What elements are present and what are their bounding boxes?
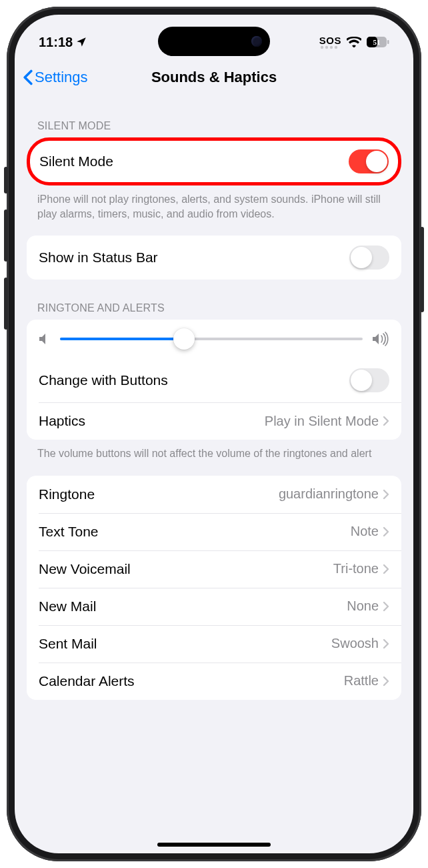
location-arrow-icon: [75, 36, 87, 48]
row-label-change-with-buttons: Change with Buttons: [39, 372, 349, 388]
screen: 11:18 SOS 51: [15, 15, 413, 853]
row-sound-calendar-alerts[interactable]: Calendar AlertsRattle: [27, 663, 401, 700]
row-label: New Voicemail: [39, 561, 333, 577]
front-camera-icon: [251, 36, 262, 47]
section-header-ringtone-alerts: Ringtone and Alerts: [27, 280, 401, 320]
row-sound-new-voicemail[interactable]: New VoicemailTri-tone: [27, 550, 401, 588]
row-label: Text Tone: [39, 524, 351, 540]
home-indicator[interactable]: [157, 843, 271, 847]
row-value: Rattle: [344, 673, 379, 689]
phone-side-buttons-left: [4, 167, 8, 346]
svg-point-0: [321, 45, 323, 48]
svg-rect-6: [387, 40, 389, 44]
row-value: None: [347, 598, 379, 614]
row-sound-text-tone[interactable]: Text ToneNote: [27, 513, 401, 550]
toggle-silent-mode[interactable]: [349, 149, 389, 173]
svg-point-1: [325, 45, 328, 48]
row-value-haptics: Play in Silent Mode: [265, 414, 379, 429]
content-scroll[interactable]: Silent Mode Silent Mode iPhone will not …: [15, 97, 413, 853]
section-footer-silent-mode: iPhone will not play ringtones, alerts, …: [27, 185, 401, 221]
row-label: New Mail: [39, 598, 347, 614]
row-label-show-in-status-bar: Show in Status Bar: [39, 250, 349, 266]
toggle-change-with-buttons[interactable]: [349, 368, 389, 392]
svg-text:51: 51: [373, 38, 381, 46]
row-haptics[interactable]: Haptics Play in Silent Mode: [27, 402, 401, 440]
row-show-in-status-bar[interactable]: Show in Status Bar: [27, 236, 401, 280]
battery-icon: 51: [367, 37, 389, 47]
volume-low-icon: [39, 332, 51, 346]
chevron-right-icon: [383, 676, 389, 687]
svg-point-3: [335, 45, 337, 48]
volume-high-icon: [372, 332, 389, 346]
toggle-show-in-status-bar[interactable]: [349, 246, 389, 270]
row-sound-new-mail[interactable]: New MailNone: [27, 588, 401, 625]
cellular-dots-icon: [320, 45, 340, 49]
chevron-right-icon: [383, 638, 389, 649]
row-label-silent-mode: Silent Mode: [39, 153, 349, 169]
back-button[interactable]: Settings: [23, 69, 88, 86]
annotation-highlight: Silent Mode: [27, 137, 401, 185]
status-time: 11:18: [39, 35, 73, 50]
back-label: Settings: [35, 69, 88, 86]
row-value: Note: [351, 524, 379, 539]
row-label: Ringtone: [39, 486, 279, 502]
row-label: Sent Mail: [39, 636, 331, 652]
row-label: Calendar Alerts: [39, 673, 344, 689]
section-footer-ringtone-alerts: The volume buttons will not affect the v…: [27, 440, 401, 461]
chevron-right-icon: [383, 564, 389, 574]
phone-frame: 11:18 SOS 51: [7, 7, 421, 861]
row-value: Swoosh: [331, 636, 379, 651]
svg-point-2: [330, 45, 333, 48]
row-label-haptics: Haptics: [39, 413, 265, 429]
chevron-right-icon: [383, 416, 389, 426]
wifi-icon: [347, 37, 361, 47]
sounds-group: RingtoneguardianringtoneText ToneNoteNew…: [27, 476, 401, 700]
row-value: Tri-tone: [333, 561, 379, 576]
nav-bar: Settings Sounds & Haptics: [15, 57, 413, 97]
row-sound-sent-mail[interactable]: Sent MailSwoosh: [27, 625, 401, 663]
chevron-left-icon: [23, 69, 33, 85]
section-header-silent-mode: Silent Mode: [27, 97, 401, 137]
status-sos: SOS: [319, 35, 341, 45]
row-change-with-buttons[interactable]: Change with Buttons: [27, 358, 401, 402]
chevron-right-icon: [383, 489, 389, 500]
row-value: guardianringtone: [279, 486, 379, 502]
row-silent-mode[interactable]: Silent Mode: [30, 141, 398, 182]
chevron-right-icon: [383, 526, 389, 537]
volume-slider[interactable]: [60, 338, 363, 340]
phone-side-button-right: [420, 227, 424, 312]
dynamic-island: [158, 27, 270, 56]
row-sound-ringtone[interactable]: Ringtoneguardianringtone: [27, 476, 401, 513]
page-title: Sounds & Haptics: [151, 69, 277, 86]
chevron-right-icon: [383, 601, 389, 612]
row-volume-slider: [27, 320, 401, 358]
